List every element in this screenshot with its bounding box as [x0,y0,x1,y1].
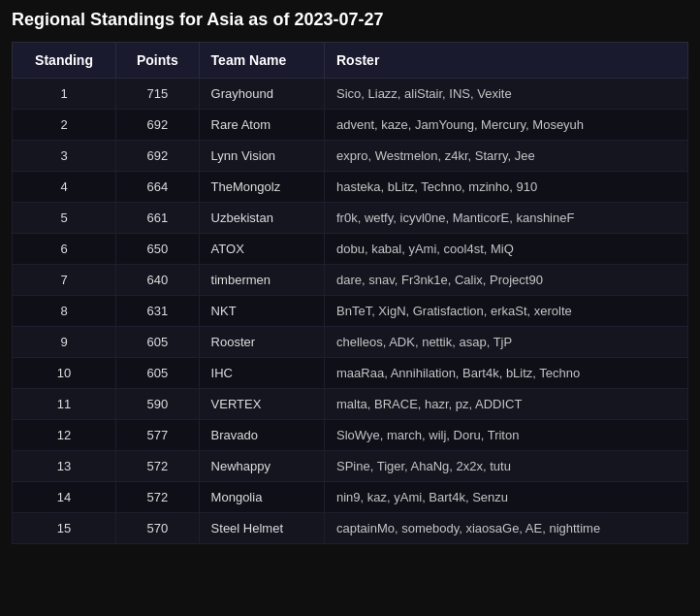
cell-standing: 8 [13,296,116,327]
cell-points: 640 [116,265,200,296]
cell-standing: 15 [13,513,116,544]
cell-roster: SPine, Tiger, AhaNg, 2x2x, tutu [325,451,688,482]
cell-standing: 13 [13,451,116,482]
cell-roster: maaRaa, Annihilation, Bart4k, bLitz, Tec… [325,358,688,389]
cell-team-name: timbermen [199,265,324,296]
cell-points: 590 [116,389,200,420]
cell-roster: fr0k, wetfy, icyvl0ne, ManticorE, kanshi… [325,203,688,234]
cell-points: 650 [116,234,200,265]
cell-points: 692 [116,110,200,141]
cell-points: 661 [116,203,200,234]
table-row: 10605IHCmaaRaa, Annihilation, Bart4k, bL… [13,358,688,389]
table-row: 13572NewhappySPine, Tiger, AhaNg, 2x2x, … [13,451,688,482]
cell-team-name: Grayhound [199,79,324,110]
table-row: 7640timbermendare, snav, Fr3nk1e, Calix,… [13,265,688,296]
table-row: 12577BravadoSloWye, march, wilj, Doru, T… [13,420,688,451]
cell-team-name: Rooster [199,327,324,358]
cell-roster: captainMo, somebody, xiaosaGe, AE, night… [325,513,688,544]
cell-points: 692 [116,141,200,172]
cell-points: 572 [116,451,200,482]
cell-team-name: NKT [199,296,324,327]
cell-team-name: TheMongolz [199,172,324,203]
cell-standing: 9 [13,327,116,358]
cell-roster: SloWye, march, wilj, Doru, Triton [325,420,688,451]
cell-roster: dobu, kabal, yAmi, cool4st, MiQ [325,234,688,265]
cell-points: 664 [116,172,200,203]
cell-roster: advent, kaze, JamYoung, Mercury, Moseyuh [325,110,688,141]
cell-team-name: Newhappy [199,451,324,482]
table-row: 5661Uzbekistanfr0k, wetfy, icyvl0ne, Man… [13,203,688,234]
cell-points: 631 [116,296,200,327]
cell-standing: 7 [13,265,116,296]
table-row: 2692Rare Atomadvent, kaze, JamYoung, Mer… [13,110,688,141]
page-title: Regional Standings for Asia as of 2023-0… [12,10,688,30]
table-row: 14572Mongolianin9, kaz, yAmi, Bart4k, Se… [13,482,688,513]
cell-team-name: Bravado [199,420,324,451]
table-row: 9605Roosterchelleos, ADK, nettik, asap, … [13,327,688,358]
cell-roster: dare, snav, Fr3nk1e, Calix, Project90 [325,265,688,296]
cell-standing: 1 [13,79,116,110]
cell-standing: 2 [13,110,116,141]
cell-points: 577 [116,420,200,451]
table-row: 4664TheMongolzhasteka, bLitz, Techno, mz… [13,172,688,203]
cell-standing: 12 [13,420,116,451]
cell-team-name: ATOX [199,234,324,265]
cell-team-name: IHC [199,358,324,389]
cell-team-name: Uzbekistan [199,203,324,234]
table-row: 6650ATOXdobu, kabal, yAmi, cool4st, MiQ [13,234,688,265]
header-points: Points [116,43,200,79]
cell-roster: Sico, Liazz, aliStair, INS, Vexite [325,79,688,110]
cell-standing: 6 [13,234,116,265]
cell-roster: malta, BRACE, hazr, pz, ADDICT [325,389,688,420]
cell-points: 715 [116,79,200,110]
cell-points: 605 [116,327,200,358]
cell-team-name: VERTEX [199,389,324,420]
table-row: 3692Lynn Visionexpro, Westmelon, z4kr, S… [13,141,688,172]
table-row: 8631NKTBnTeT, XigN, Gratisfaction, erkaS… [13,296,688,327]
cell-standing: 4 [13,172,116,203]
table-row: 11590VERTEXmalta, BRACE, hazr, pz, ADDIC… [13,389,688,420]
cell-roster: BnTeT, XigN, Gratisfaction, erkaSt, xero… [325,296,688,327]
cell-points: 570 [116,513,200,544]
cell-roster: expro, Westmelon, z4kr, Starry, Jee [325,141,688,172]
cell-points: 572 [116,482,200,513]
cell-standing: 14 [13,482,116,513]
cell-team-name: Mongolia [199,482,324,513]
cell-standing: 3 [13,141,116,172]
cell-team-name: Lynn Vision [199,141,324,172]
cell-points: 605 [116,358,200,389]
cell-roster: hasteka, bLitz, Techno, mzinho, 910 [325,172,688,203]
table-header-row: Standing Points Team Name Roster [13,43,688,79]
header-standing: Standing [13,43,116,79]
cell-standing: 11 [13,389,116,420]
cell-roster: chelleos, ADK, nettik, asap, TjP [325,327,688,358]
cell-standing: 5 [13,203,116,234]
table-row: 1715GrayhoundSico, Liazz, aliStair, INS,… [13,79,688,110]
standings-table: Standing Points Team Name Roster 1715Gra… [12,42,688,544]
cell-standing: 10 [13,358,116,389]
header-roster: Roster [325,43,688,79]
cell-team-name: Rare Atom [199,110,324,141]
table-row: 15570Steel HelmetcaptainMo, somebody, xi… [13,513,688,544]
cell-roster: nin9, kaz, yAmi, Bart4k, Senzu [325,482,688,513]
header-team-name: Team Name [199,43,324,79]
cell-team-name: Steel Helmet [199,513,324,544]
